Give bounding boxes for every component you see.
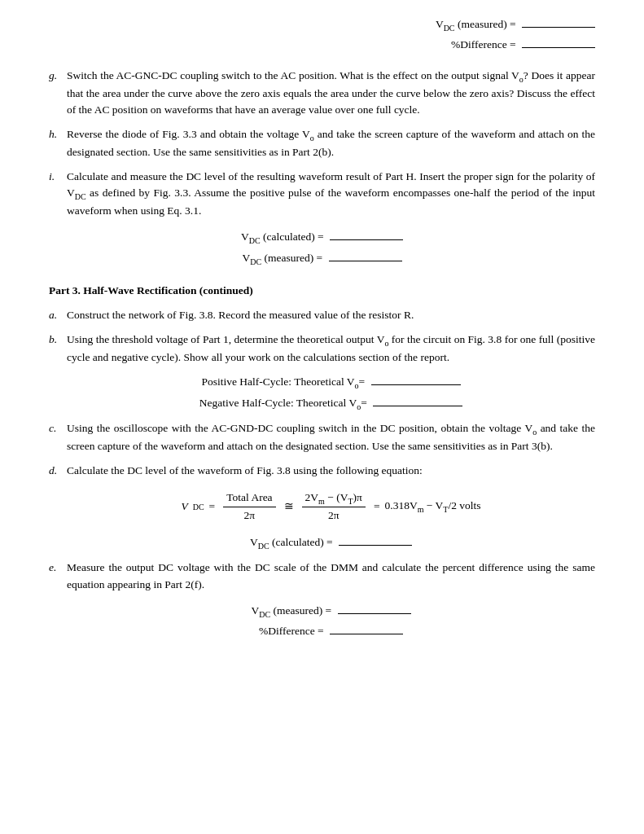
b-negative-blank[interactable] — [373, 406, 462, 406]
item-d-content: Calculate the DC level of the waveform o… — [67, 463, 595, 551]
item-g: g. Switch the AC-GNC-DC coupling switch … — [49, 68, 595, 118]
item-g-label: g. — [49, 68, 67, 118]
formula-block: VDC = Total Area 2π ≅ 2Vm − (VT)π 2π = 0… — [67, 489, 595, 525]
e-vdc-measured-blank[interactable] — [338, 613, 411, 614]
part3-heading: Part 3. Half-Wave Rectification (continu… — [49, 283, 595, 299]
item-b: b. Using the threshold voltage of Part 1… — [49, 331, 595, 412]
item-i-content: Calculate and measure the DC level of th… — [67, 169, 595, 219]
b-positive-blank[interactable] — [371, 384, 461, 385]
vdc-symbol: V — [181, 498, 187, 515]
formula-result: 0.318Vm − VT/2 volts — [385, 498, 481, 516]
vdc-measured-top: VDC (measured) = — [49, 16, 595, 34]
item-c-content: Using the oscilloscope with the AC-GND-D… — [67, 420, 595, 454]
item-a-content: Construct the network of Fig. 3.8. Recor… — [67, 307, 595, 323]
equals1: = — [209, 498, 216, 515]
item-a-label: a. — [49, 307, 67, 323]
d-vdc-calculated-blank[interactable] — [339, 545, 412, 546]
b-positive-half: Positive Half-Cycle: Theoretical Vo= — [67, 374, 595, 392]
item-h: h. Reverse the diode of Fig. 3.3 and obt… — [49, 126, 595, 160]
item-d: d. Calculate the DC level of the wavefor… — [49, 463, 595, 551]
e-percent-diff: %Difference = — [67, 623, 595, 639]
fraction2-numerator: 2Vm − (VT)π — [302, 489, 366, 508]
item-c: c. Using the oscilloscope with the AC-GN… — [49, 420, 595, 454]
approx-symbol: ≅ — [284, 498, 294, 515]
e-vdc-measured: VDC (measured) = — [67, 603, 595, 621]
fraction2-denominator: 2π — [325, 507, 343, 524]
i-vdc-measured-blank[interactable] — [329, 261, 402, 261]
e-fields: VDC (measured) = %Difference = — [67, 603, 595, 640]
item-c-label: c. — [49, 420, 67, 454]
fraction2: 2Vm − (VT)π 2π — [302, 489, 366, 525]
item-e-label: e. — [49, 560, 67, 639]
i-vdc-calculated-blank[interactable] — [330, 239, 403, 240]
item-h-content: Reverse the diode of Fig. 3.3 and obtain… — [67, 126, 595, 160]
fraction1-numerator: Total Area — [223, 489, 275, 507]
d-calculated-field: VDC (calculated) = — [67, 534, 595, 552]
item-i: i. Calculate and measure the DC level of… — [49, 169, 595, 219]
item-h-label: h. — [49, 126, 67, 160]
i-vdc-calculated: VDC (calculated) = — [49, 229, 595, 247]
i-vdc-measured: VDC (measured) = — [49, 250, 595, 268]
item-d-label: d. — [49, 463, 67, 551]
item-b-label: b. — [49, 331, 67, 412]
vdc-measured-top-blank[interactable] — [522, 27, 595, 28]
item-i-label: i. — [49, 169, 67, 219]
item-i-fields: VDC (calculated) = VDC (measured) = — [49, 229, 595, 267]
percent-diff-top: %Difference = — [49, 37, 595, 53]
e-percent-diff-blank[interactable] — [330, 634, 403, 634]
percent-diff-top-blank[interactable] — [522, 47, 595, 48]
fraction1-denominator: 2π — [241, 507, 259, 524]
top-fields: VDC (measured) = %Difference = — [49, 16, 595, 53]
fraction1: Total Area 2π — [223, 489, 275, 524]
item-g-content: Switch the AC-GNC-DC coupling switch to … — [67, 68, 595, 118]
item-e-content: Measure the output DC voltage with the D… — [67, 560, 595, 639]
item-a: a. Construct the network of Fig. 3.8. Re… — [49, 307, 595, 323]
item-e: e. Measure the output DC voltage with th… — [49, 560, 595, 639]
equals2: = — [374, 498, 380, 515]
item-b-content: Using the threshold voltage of Part 1, d… — [67, 331, 595, 412]
b-negative-half: Negative Half-Cycle: Theoretical Vo= — [67, 395, 595, 413]
